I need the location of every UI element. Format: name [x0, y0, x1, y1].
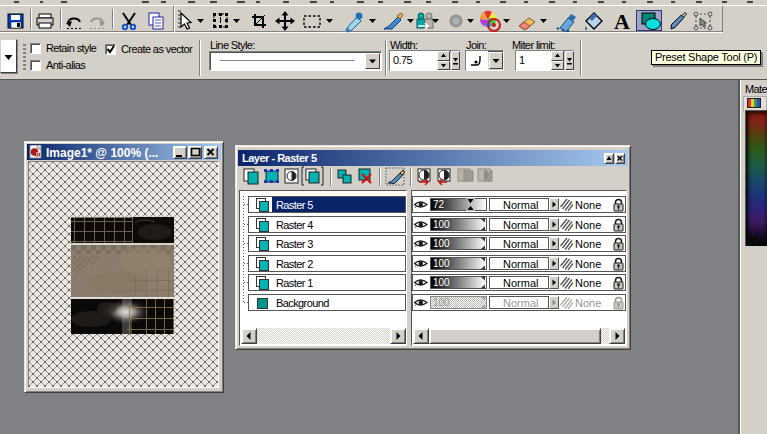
svg-text:A: A	[614, 9, 630, 34]
svg-text:8: 8	[36, 151, 40, 158]
